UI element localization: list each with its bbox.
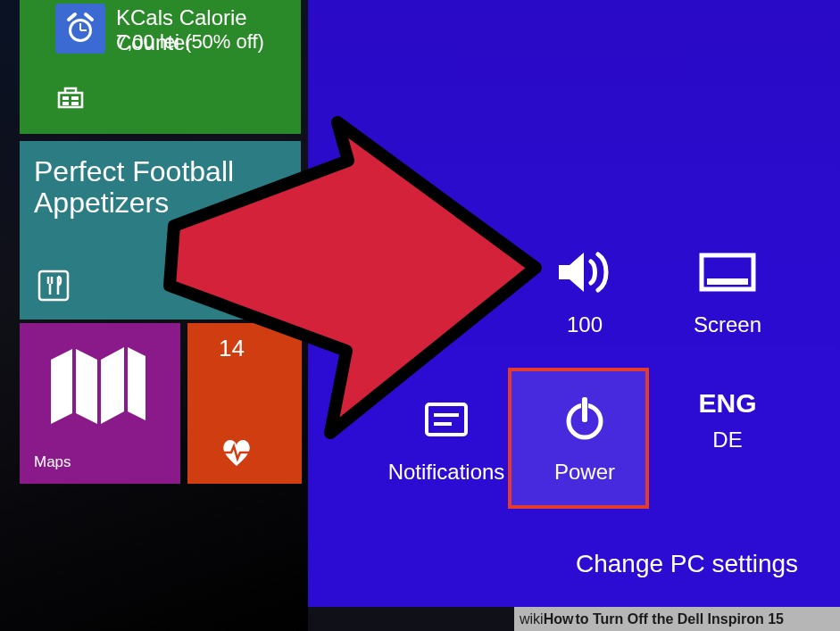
tile-maps-label: Maps <box>34 453 71 471</box>
power-icon <box>513 388 656 451</box>
svg-rect-12 <box>424 278 432 289</box>
screen-icon <box>656 241 799 303</box>
svg-rect-19 <box>707 278 748 285</box>
language-primary: ENG <box>656 388 799 419</box>
charm-notifications-label: Notifications <box>375 460 518 485</box>
svg-rect-20 <box>427 404 466 435</box>
wikihow-caption: wikiHow to Turn Off the Dell Inspiron 15 <box>514 607 840 631</box>
svg-rect-16 <box>452 275 453 279</box>
charm-power-label: Power <box>513 460 656 485</box>
svg-rect-7 <box>71 102 79 105</box>
svg-rect-13 <box>436 271 444 289</box>
svg-rect-17 <box>452 280 453 282</box>
notifications-icon <box>375 388 518 451</box>
charm-network-label <box>375 312 518 337</box>
tile-kcals[interactable]: KCals Calorie Counter 7,00 lei (50% off) <box>20 0 301 134</box>
tile-football-title: Perfect Football Appetizers <box>34 156 234 219</box>
svg-rect-4 <box>62 96 69 100</box>
charm-power[interactable]: Power <box>513 388 656 485</box>
svg-rect-6 <box>62 102 69 105</box>
charm-notifications[interactable]: Notifications <box>375 388 518 485</box>
caption-how: How <box>544 611 574 627</box>
caption-wiki: wiki <box>520 611 544 627</box>
lang-secondary-label: DE <box>656 428 799 452</box>
charm-volume-label: 100 <box>513 312 656 337</box>
tile-kcals-subtitle: 7,00 lei (50% off) <box>116 30 264 54</box>
charm-network[interactable] <box>375 241 518 337</box>
maps-icon <box>49 344 147 428</box>
svg-rect-8 <box>39 271 68 300</box>
food-drink-icon <box>36 268 71 303</box>
volume-icon <box>513 241 656 303</box>
alarm-clock-icon <box>55 4 105 54</box>
svg-rect-5 <box>71 96 79 100</box>
store-icon <box>55 82 86 112</box>
change-pc-settings-link[interactable]: Change PC settings <box>576 550 798 578</box>
network-icon <box>375 241 518 303</box>
charm-volume[interactable]: 100 <box>513 241 656 337</box>
caption-rest: to Turn Off the Dell Inspiron 15 <box>575 611 783 627</box>
charm-language[interactable]: ENG DE <box>656 388 799 452</box>
svg-rect-15 <box>459 253 467 289</box>
charm-screen[interactable]: Screen <box>656 241 799 337</box>
charm-screen-label: Screen <box>656 312 799 337</box>
tile-health-number: 14 <box>219 335 245 362</box>
heart-rate-icon <box>219 437 254 468</box>
lang-primary-label: ENG <box>698 388 756 419</box>
